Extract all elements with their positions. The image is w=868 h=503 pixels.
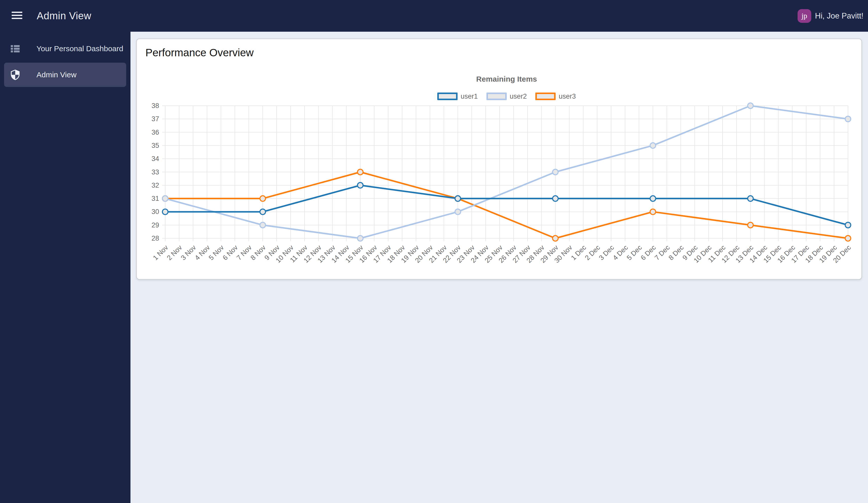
hamburger-menu-icon[interactable] bbox=[12, 12, 22, 20]
svg-text:30: 30 bbox=[152, 208, 159, 215]
svg-text:2 Nov: 2 Nov bbox=[165, 244, 184, 262]
header-title: Admin View bbox=[37, 0, 91, 32]
svg-text:5 Dec: 5 Dec bbox=[625, 244, 643, 262]
sidebar-item-admin-view[interactable]: Admin View bbox=[4, 63, 126, 87]
svg-text:8 Nov: 8 Nov bbox=[249, 244, 267, 262]
app-header: Admin View jp Hi, Joe Pavitt! bbox=[0, 0, 868, 32]
svg-text:6 Dec: 6 Dec bbox=[639, 244, 657, 262]
series-user1 bbox=[162, 182, 851, 228]
data-point-user2[interactable] bbox=[162, 196, 168, 201]
svg-text:34: 34 bbox=[152, 155, 159, 162]
user-area: jp Hi, Joe Pavitt! bbox=[798, 0, 864, 32]
svg-text:1 Dec: 1 Dec bbox=[570, 244, 588, 262]
data-point-user1[interactable] bbox=[260, 209, 266, 214]
performance-overview-card: Performance Overview Remaining Items use… bbox=[136, 39, 862, 280]
data-point-user3[interactable] bbox=[260, 196, 266, 201]
user-greeting: Hi, Joe Pavitt! bbox=[815, 11, 864, 21]
sidebar-item-label: Admin View bbox=[37, 70, 76, 79]
avatar[interactable]: jp bbox=[798, 9, 811, 23]
data-point-user3[interactable] bbox=[650, 209, 656, 214]
data-point-user1[interactable] bbox=[455, 196, 461, 201]
svg-text:33: 33 bbox=[152, 168, 159, 176]
sidebar: Your Personal Dashboard Admin View bbox=[0, 32, 131, 503]
grid-layer bbox=[162, 106, 848, 241]
sidebar-item-personal-dashboard[interactable]: Your Personal Dashboard bbox=[0, 37, 131, 61]
svg-text:28: 28 bbox=[152, 234, 159, 242]
series-line-user3 bbox=[165, 172, 848, 239]
svg-text:37: 37 bbox=[152, 115, 159, 123]
data-point-user3[interactable] bbox=[552, 235, 558, 241]
svg-text:4 Dec: 4 Dec bbox=[611, 244, 629, 262]
data-point-user1[interactable] bbox=[748, 196, 753, 201]
svg-text:38: 38 bbox=[152, 102, 159, 110]
svg-text:3 Nov: 3 Nov bbox=[179, 244, 197, 262]
data-point-user3[interactable] bbox=[358, 169, 363, 175]
data-point-user3[interactable] bbox=[748, 222, 753, 228]
data-point-user1[interactable] bbox=[845, 222, 851, 228]
svg-text:2 Dec: 2 Dec bbox=[583, 244, 601, 262]
svg-text:4 Nov: 4 Nov bbox=[193, 244, 211, 262]
data-point-user1[interactable] bbox=[552, 196, 558, 201]
shield-icon bbox=[10, 69, 21, 80]
data-point-user2[interactable] bbox=[358, 235, 363, 241]
list-icon bbox=[10, 43, 21, 54]
data-point-user1[interactable] bbox=[358, 182, 363, 188]
data-point-user1[interactable] bbox=[650, 196, 656, 201]
svg-text:1 Nov: 1 Nov bbox=[152, 244, 169, 262]
svg-text:7 Dec: 7 Dec bbox=[653, 244, 671, 262]
data-point-user2[interactable] bbox=[650, 143, 656, 148]
data-point-user2[interactable] bbox=[260, 222, 266, 228]
y-axis-labels: 3837363534333231302928 bbox=[152, 102, 159, 242]
series-user3 bbox=[162, 169, 851, 241]
data-point-user2[interactable] bbox=[845, 116, 851, 122]
svg-text:3 Dec: 3 Dec bbox=[597, 244, 616, 262]
svg-text:5 Nov: 5 Nov bbox=[207, 244, 225, 262]
sidebar-item-label: Your Personal Dashboard bbox=[37, 44, 123, 53]
svg-text:6 Nov: 6 Nov bbox=[221, 244, 239, 262]
data-point-user2[interactable] bbox=[455, 209, 461, 214]
svg-text:29: 29 bbox=[152, 221, 159, 229]
x-axis-labels: 1 Nov2 Nov3 Nov4 Nov5 Nov6 Nov7 Nov8 Nov… bbox=[152, 244, 852, 264]
svg-text:32: 32 bbox=[152, 182, 159, 189]
svg-text:31: 31 bbox=[152, 195, 159, 202]
svg-text:35: 35 bbox=[152, 142, 159, 149]
svg-text:36: 36 bbox=[152, 129, 159, 136]
svg-text:7 Nov: 7 Nov bbox=[235, 244, 253, 262]
svg-text:8 Dec: 8 Dec bbox=[667, 244, 685, 262]
data-point-user3[interactable] bbox=[845, 235, 851, 241]
data-point-user2[interactable] bbox=[748, 103, 753, 109]
data-point-user1[interactable] bbox=[162, 209, 168, 214]
remaining-items-line-chart: 38373635343332313029281 Nov2 Nov3 Nov4 N… bbox=[137, 39, 861, 279]
data-point-user2[interactable] bbox=[552, 169, 558, 175]
